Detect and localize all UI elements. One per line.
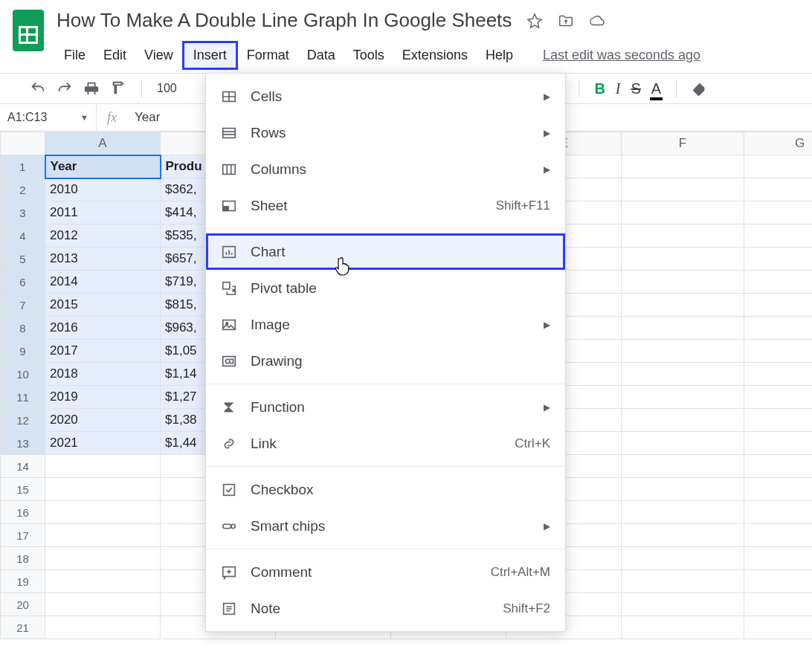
- row-header[interactable]: 16: [1, 501, 45, 524]
- menu-item-note[interactable]: NoteShift+F2: [206, 590, 565, 627]
- cell[interactable]: [744, 386, 813, 409]
- cell[interactable]: [744, 547, 813, 570]
- cell[interactable]: [744, 224, 813, 248]
- column-header-a[interactable]: A: [45, 132, 161, 155]
- select-all-cell[interactable]: [1, 132, 45, 155]
- name-box[interactable]: A1:C13▼: [0, 105, 97, 130]
- menu-tools[interactable]: Tools: [344, 43, 393, 68]
- menu-item-link[interactable]: LinkCtrl+K: [206, 425, 565, 462]
- row-header[interactable]: 2: [1, 178, 45, 201]
- row-header[interactable]: 17: [1, 524, 45, 547]
- cell[interactable]: [744, 409, 813, 432]
- cell[interactable]: [622, 547, 744, 570]
- row-header[interactable]: 4: [1, 224, 45, 248]
- cell[interactable]: [744, 201, 813, 224]
- cell[interactable]: [622, 294, 744, 317]
- row-header[interactable]: 21: [1, 616, 45, 639]
- cell[interactable]: [744, 593, 813, 616]
- cell[interactable]: [622, 570, 744, 593]
- print-icon[interactable]: [83, 80, 100, 97]
- menu-item-comment[interactable]: CommentCtrl+Alt+M: [206, 554, 565, 590]
- menu-format[interactable]: Format: [238, 43, 298, 68]
- row-header[interactable]: 20: [1, 593, 45, 616]
- cell[interactable]: [744, 340, 813, 363]
- row-header[interactable]: 13: [1, 432, 45, 455]
- row-header[interactable]: 7: [1, 294, 45, 317]
- menu-insert[interactable]: Insert: [182, 41, 238, 70]
- cell[interactable]: 2015: [45, 294, 161, 317]
- cell[interactable]: 2019: [45, 386, 161, 409]
- cloud-status-icon[interactable]: [589, 13, 605, 29]
- cell[interactable]: [45, 478, 161, 501]
- move-folder-icon[interactable]: [558, 13, 574, 29]
- cell[interactable]: 2014: [45, 271, 161, 294]
- menu-file[interactable]: File: [55, 43, 94, 68]
- cell[interactable]: [744, 271, 813, 294]
- redo-icon[interactable]: [57, 80, 73, 97]
- menu-item-columns[interactable]: Columns▶: [206, 151, 565, 187]
- cell[interactable]: [45, 593, 161, 616]
- cell[interactable]: [45, 501, 161, 524]
- italic-button[interactable]: I: [616, 80, 621, 97]
- cell[interactable]: [622, 593, 744, 616]
- cell[interactable]: [622, 501, 744, 524]
- cell[interactable]: [45, 547, 161, 570]
- cell[interactable]: [744, 524, 813, 547]
- row-header[interactable]: 19: [1, 570, 45, 593]
- menu-extensions[interactable]: Extensions: [393, 43, 477, 68]
- zoom-select[interactable]: 100: [157, 82, 177, 95]
- cell[interactable]: [744, 501, 813, 524]
- cell[interactable]: 2018: [45, 363, 161, 386]
- row-header[interactable]: 8: [1, 317, 45, 340]
- menu-item-smart-chips[interactable]: Smart chips▶: [206, 508, 565, 544]
- star-icon[interactable]: [526, 13, 543, 29]
- cell[interactable]: 2016: [45, 317, 161, 340]
- cell[interactable]: [622, 616, 744, 639]
- cell[interactable]: [45, 616, 161, 639]
- column-header-g[interactable]: G: [744, 132, 813, 155]
- cell[interactable]: 2017: [45, 340, 161, 363]
- undo-icon[interactable]: [30, 80, 46, 97]
- menu-item-function[interactable]: Function▶: [206, 389, 565, 425]
- cell[interactable]: [622, 363, 744, 386]
- cell[interactable]: 2011: [45, 201, 161, 224]
- menu-view[interactable]: View: [135, 43, 182, 68]
- cell[interactable]: [622, 386, 744, 409]
- menu-item-pivot-table[interactable]: Pivot table: [206, 270, 565, 306]
- sheets-logo[interactable]: [9, 6, 48, 55]
- bold-button[interactable]: B: [594, 80, 605, 97]
- row-header[interactable]: 18: [1, 547, 45, 570]
- cell[interactable]: [622, 478, 744, 501]
- cell[interactable]: 2020: [45, 409, 161, 432]
- row-header[interactable]: 1: [1, 155, 45, 178]
- last-edit-link[interactable]: Last edit was seconds ago: [543, 48, 700, 63]
- cell[interactable]: [622, 201, 744, 224]
- document-title[interactable]: How To Make A Double Line Graph In Googl…: [55, 6, 513, 35]
- row-header[interactable]: 14: [1, 455, 45, 478]
- cell[interactable]: [744, 294, 813, 317]
- cell[interactable]: [622, 271, 744, 294]
- menu-item-chart[interactable]: Chart: [206, 233, 565, 270]
- cell[interactable]: [45, 524, 161, 547]
- cell[interactable]: 2012: [45, 224, 161, 248]
- menu-item-drawing[interactable]: Drawing: [206, 343, 565, 379]
- cell[interactable]: [622, 432, 744, 455]
- row-header[interactable]: 6: [1, 271, 45, 294]
- cell[interactable]: [45, 570, 161, 593]
- cell[interactable]: [622, 409, 744, 432]
- paint-format-icon[interactable]: [110, 80, 126, 97]
- cell[interactable]: [744, 616, 813, 639]
- cell[interactable]: [744, 432, 813, 455]
- strikethrough-button[interactable]: S: [631, 80, 641, 97]
- cell[interactable]: [622, 155, 744, 178]
- cell[interactable]: [744, 570, 813, 593]
- cell[interactable]: 2010: [45, 178, 161, 201]
- menu-item-rows[interactable]: Rows▶: [206, 114, 565, 151]
- fill-color-button[interactable]: [692, 80, 708, 97]
- text-color-button[interactable]: A: [651, 80, 661, 97]
- cell[interactable]: [622, 248, 744, 271]
- menu-item-cells[interactable]: Cells▶: [206, 78, 565, 114]
- row-header[interactable]: 12: [1, 409, 45, 432]
- menu-edit[interactable]: Edit: [94, 43, 135, 68]
- cell[interactable]: [744, 478, 813, 501]
